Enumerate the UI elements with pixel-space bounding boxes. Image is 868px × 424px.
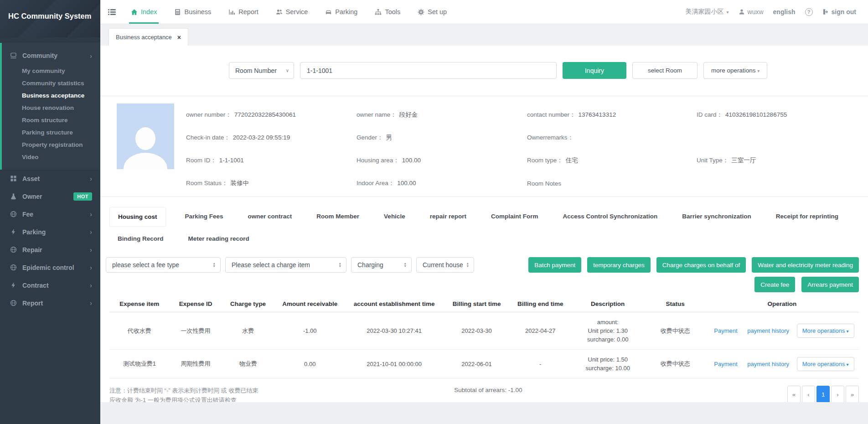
cell-established: 2022-03-30 10:27:41 [346, 312, 443, 350]
chevron-down-icon: ∨ [286, 68, 289, 73]
nav-item-tools[interactable]: Tools [373, 0, 402, 24]
batch-payment-button[interactable]: Batch payment [528, 257, 581, 273]
cell-description: Unit price: 1.50 surcharge: 10.00 [570, 350, 645, 378]
tab-parking-fees[interactable]: Parking Fees [177, 207, 232, 227]
charge-on-behalf-button[interactable]: Charge charges on behalf of [656, 257, 746, 273]
sidebar-section-fee[interactable]: Fee › [0, 205, 100, 223]
tab-meter-reading-record[interactable]: Meter reading record [180, 229, 258, 248]
sign-out-label: sign out [832, 8, 856, 16]
create-fee-button[interactable]: Create fee [754, 277, 795, 292]
button-label: more operations [711, 67, 756, 74]
sidebar-item-property-registration[interactable]: Property registration [2, 139, 100, 151]
cell-operation: Payment payment history More operations▾ [705, 350, 859, 378]
sidebar-section-asset[interactable]: Asset › [0, 170, 100, 187]
sidebar-item-my-community[interactable]: My community [2, 65, 100, 77]
col-expense-id: Expense ID [170, 296, 222, 312]
user-menu[interactable]: wuxw [739, 8, 764, 16]
menu-toggle-icon[interactable] [108, 0, 116, 24]
sign-out-icon [822, 9, 829, 15]
charge-item-select[interactable]: Please select a charge item ▲▼ [225, 257, 346, 273]
more-operations-dropdown[interactable]: more operations ▾ [703, 62, 767, 79]
payment-history-link[interactable]: payment history [747, 361, 789, 367]
fee-type-select[interactable]: please select a fee type ▲▼ [106, 257, 221, 273]
sidebar-section-repair[interactable]: Repair › [0, 241, 100, 259]
tab-room-member[interactable]: Room Member [308, 207, 367, 227]
sidebar-item-room-structure[interactable]: Room structure [2, 114, 100, 126]
language-toggle[interactable]: english [773, 8, 796, 16]
sidebar-section-report[interactable]: Report › [0, 294, 100, 312]
tab-owner-contract[interactable]: owner contract [240, 207, 300, 227]
select-room-button[interactable]: select Room [632, 62, 698, 79]
sidebar-item-community[interactable]: Community › [2, 47, 100, 65]
pagination-last[interactable]: » [846, 386, 859, 402]
sign-out-button[interactable]: sign out [822, 8, 856, 16]
tab-complaint-form[interactable]: Complaint Form [483, 207, 547, 227]
tab-vehicle[interactable]: Vehicle [376, 207, 413, 227]
nav-item-parking[interactable]: Parking [323, 0, 359, 24]
payment-link[interactable]: Payment [714, 361, 737, 367]
nav-item-set-up[interactable]: Set up [416, 0, 449, 24]
arrears-payment-button[interactable]: Arrears payment [801, 277, 859, 292]
bar-chart-icon [228, 9, 235, 16]
sidebar-section-contract[interactable]: Contract › [0, 276, 100, 294]
chevron-right-icon: › [90, 246, 92, 253]
sidebar-item-house-renovation[interactable]: House renovation [2, 102, 100, 114]
sidebar-item-video[interactable]: Video [2, 151, 100, 163]
owner-field-owner-number: owner number：772022032285430061 [186, 111, 356, 119]
sidebar-item-business-acceptance[interactable]: Business acceptance [2, 89, 100, 102]
meter-reading-button[interactable]: Water and electricity meter reading [752, 257, 859, 273]
users-icon [276, 9, 283, 16]
more-operations-button[interactable]: More operations▾ [797, 324, 854, 338]
temporary-charges-button[interactable]: temporary charges [587, 257, 651, 273]
sidebar-item-label: Business acceptance [22, 92, 84, 99]
nav-item-index[interactable]: Index [129, 0, 159, 24]
sidebar-section-parking[interactable]: Parking › [0, 223, 100, 241]
tab-access-control-synchronization[interactable]: Access Control Synchronization [554, 207, 666, 227]
chevron-down-icon: ▾ [757, 68, 760, 73]
more-operations-button[interactable]: More operations▾ [797, 357, 854, 371]
search-type-select[interactable]: Room Number ∨ [229, 62, 294, 79]
user-icon [739, 9, 745, 15]
pagination-first[interactable]: « [787, 386, 801, 402]
pagination-page-1[interactable]: 1 [816, 386, 830, 402]
payment-link[interactable]: Payment [714, 327, 737, 334]
nav-item-report[interactable]: Report [227, 0, 260, 24]
pagination-prev[interactable]: ‹ [802, 386, 815, 402]
owner-field-gender: Gender：男 [356, 134, 527, 142]
pagination-next[interactable]: › [831, 386, 844, 402]
bolt-icon [10, 228, 17, 236]
payment-history-link[interactable]: payment history [747, 327, 789, 334]
chevron-down-icon: ▾ [847, 329, 849, 334]
sidebar-section-owner[interactable]: Owner HOT [0, 187, 100, 205]
sidebar-item-community-statistics[interactable]: Community statistics [2, 77, 100, 89]
tab-repair-report[interactable]: repair report [422, 207, 475, 227]
close-icon[interactable]: × [177, 34, 181, 41]
tab-binding-record[interactable]: Binding Record [109, 229, 172, 248]
arrears-subtotal: Subtotal of arrears: -1.00 [454, 386, 522, 393]
sidebar-item-parking-structure[interactable]: Parking structure [2, 126, 100, 139]
sidebar-section-epidemic-control[interactable]: Epidemic control › [0, 259, 100, 276]
nav-item-label: Index [141, 8, 157, 16]
tab-barrier-synchronization[interactable]: Barrier synchronization [674, 207, 760, 227]
help-icon[interactable]: ? [805, 8, 813, 16]
charging-status-select[interactable]: Charging ▲▼ [351, 257, 412, 273]
inquiry-button[interactable]: Inquiry [563, 62, 626, 79]
nav-item-label: Report [238, 8, 258, 16]
current-house-select[interactable]: Current house ▲▼ [416, 257, 474, 273]
avatar-silhouette [135, 127, 155, 150]
nav-item-label: Set up [428, 8, 447, 16]
tab-receipt-for-reprinting[interactable]: Receipt for reprinting [768, 207, 847, 227]
flask-icon [10, 193, 17, 200]
tab-housing-cost[interactable]: Housing cost [109, 207, 166, 227]
community-switcher[interactable]: 美满家园小区 ▾ [686, 8, 729, 16]
cell-billing-start: 2022-03-30 [443, 312, 511, 350]
select-value: Room Number [235, 67, 283, 74]
chevron-right-icon: › [90, 228, 92, 236]
app-title: HC Community System [0, 0, 100, 37]
nav-item-business[interactable]: Business [172, 0, 213, 24]
nav-item-service[interactable]: Service [274, 0, 310, 24]
room-number-input[interactable] [300, 62, 557, 79]
cell-status: 收费中状态 [645, 350, 705, 378]
pagination: « ‹ 1 › » [787, 386, 859, 402]
open-tab-business-acceptance[interactable]: Business acceptance × [108, 28, 188, 46]
